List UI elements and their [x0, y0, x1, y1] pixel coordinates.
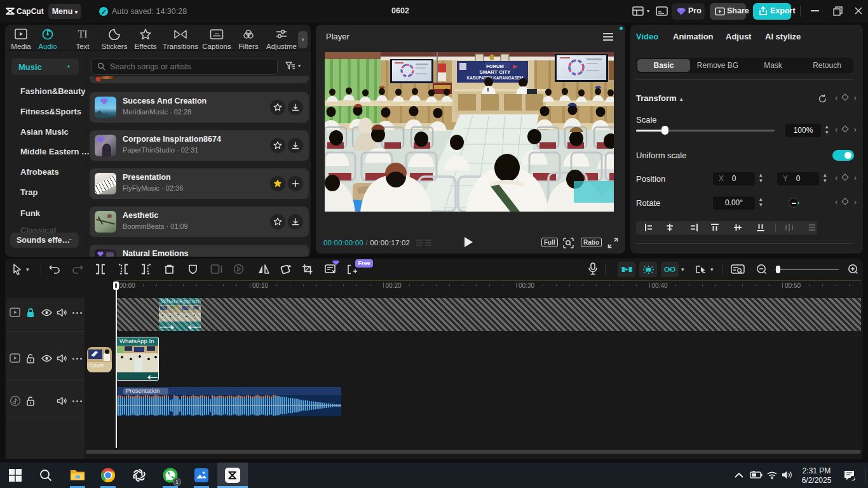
svg-text:SMART CITY: SMART CITY — [480, 69, 512, 75]
svg-text:FORUM: FORUM — [486, 64, 504, 69]
svg-text:KABUPATEN KARANGASEM: KABUPATEN KARANGASEM — [467, 76, 524, 80]
